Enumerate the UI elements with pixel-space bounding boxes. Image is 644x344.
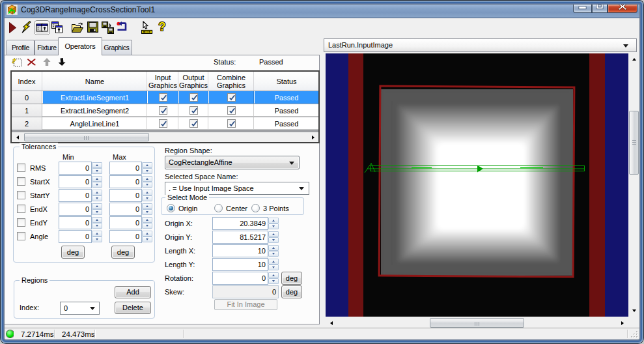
rotation-spinner[interactable] (268, 272, 279, 284)
max-deg-button[interactable]: deg (111, 246, 135, 259)
table-cell[interactable] (148, 91, 178, 104)
table-cell[interactable] (209, 91, 254, 104)
add-region-button[interactable]: Add (115, 286, 151, 298)
startx-max-spinner[interactable] (142, 176, 152, 188)
move-down-icon[interactable] (57, 58, 66, 66)
image-vscroll-thumb[interactable] (629, 111, 639, 175)
origin-x-spinner[interactable] (268, 218, 279, 229)
spin-down-button[interactable] (92, 236, 102, 242)
show-image-controls-toggle[interactable] (34, 20, 50, 35)
origin-y-input[interactable]: 81.5217 (212, 231, 268, 244)
radio-3points[interactable] (251, 204, 260, 212)
endy-max-spinner[interactable] (142, 217, 152, 229)
col-name[interactable]: Name (43, 72, 147, 91)
image-display[interactable] (326, 53, 628, 317)
checkbox-checked[interactable] (227, 93, 236, 102)
spin-up-button[interactable] (142, 162, 152, 168)
scroll-left-button[interactable] (326, 318, 337, 328)
spin-down-button[interactable] (268, 223, 279, 229)
save-cross-section-icon[interactable] (102, 22, 114, 34)
tab-profile[interactable]: Profile (7, 40, 35, 55)
table-cell[interactable]: ExtractLineSegment2 (43, 104, 147, 117)
spin-down-button[interactable] (92, 223, 102, 229)
spin-down-button[interactable] (142, 223, 152, 229)
min-deg-button[interactable]: deg (61, 246, 85, 259)
checkbox-checked[interactable] (189, 119, 198, 128)
save-file-icon[interactable] (87, 22, 98, 33)
image-vscrollbar[interactable] (628, 53, 639, 317)
spin-up-button[interactable] (142, 176, 152, 182)
table-cell[interactable] (148, 104, 178, 117)
spin-up-button[interactable] (142, 231, 152, 236)
selected-space-combo[interactable]: . = Use Input Image Space (165, 182, 309, 195)
spin-up-button[interactable] (92, 217, 102, 223)
length-y-input[interactable]: 10 (212, 258, 268, 271)
col-combine-graphics[interactable]: Combine Graphics (209, 72, 254, 91)
table-hscrollbar[interactable] (12, 132, 318, 142)
spin-down-button[interactable] (142, 195, 152, 201)
table-cell[interactable] (209, 104, 254, 117)
spin-up-button[interactable] (268, 259, 279, 265)
spin-up-button[interactable] (268, 245, 279, 251)
spin-down-button[interactable] (142, 209, 152, 215)
checkbox-checked[interactable] (189, 106, 198, 115)
resize-grip[interactable] (630, 330, 638, 338)
endx-min-spinner[interactable] (92, 203, 102, 215)
delete-region-button[interactable]: Delete (115, 302, 151, 314)
tab-graphics[interactable]: Graphics (101, 40, 132, 55)
starty-min-input[interactable]: 0 (59, 189, 92, 202)
image-hscroll-thumb[interactable] (430, 318, 524, 328)
maximize-button[interactable] (592, 1, 608, 13)
rms-max-input[interactable]: 0 (109, 162, 142, 175)
fit-in-image-button[interactable]: Fit In Image (214, 299, 277, 310)
tab-fixture[interactable]: Fixture (35, 40, 59, 55)
rotation-deg-button[interactable]: deg (281, 272, 302, 285)
checkbox-checked[interactable] (189, 93, 198, 102)
rotation-input[interactable]: 0 (212, 272, 268, 285)
rms-min-input[interactable]: 0 (59, 162, 92, 175)
endx-max-input[interactable]: 0 (109, 203, 142, 216)
table-hscroll-thumb[interactable] (24, 133, 149, 141)
move-up-icon[interactable] (42, 58, 51, 66)
spin-down-button[interactable] (92, 195, 102, 201)
rms-max-spinner[interactable] (142, 162, 152, 174)
table-cell[interactable] (179, 104, 208, 117)
origin-y-spinner[interactable] (268, 231, 279, 243)
startx-min-input[interactable]: 0 (59, 175, 92, 188)
spin-up-button[interactable] (268, 218, 279, 223)
checkbox-checked[interactable] (159, 93, 167, 102)
col-input-graphics[interactable]: Input Graphics (148, 72, 178, 91)
reset-tool-icon[interactable] (117, 22, 128, 33)
col-output-graphics[interactable]: Output Graphics (179, 72, 208, 91)
spin-down-button[interactable] (142, 182, 152, 188)
endx-max-spinner[interactable] (142, 203, 152, 215)
table-cell[interactable]: Passed (255, 91, 318, 104)
spin-up-button[interactable] (142, 190, 152, 195)
radio-center[interactable] (214, 204, 223, 212)
electric-run-icon[interactable] (21, 21, 31, 33)
angle-min-spinner[interactable] (92, 231, 102, 242)
spin-up-button[interactable] (92, 162, 102, 168)
skew-deg-button[interactable]: deg (281, 285, 302, 298)
spin-down-button[interactable] (268, 278, 279, 284)
angle-max-input[interactable]: 0 (109, 230, 142, 243)
radio-origin[interactable] (167, 204, 175, 212)
help-icon[interactable]: ? (158, 22, 167, 33)
display-selector-combo[interactable]: LastRun.InputImage (324, 38, 637, 52)
table-row[interactable]: 1 ExtractLineSegment2 Passed (12, 104, 318, 117)
checkbox-checked[interactable] (159, 106, 167, 115)
new-operator-icon[interactable] (12, 57, 22, 67)
endx-min-input[interactable]: 0 (59, 203, 92, 216)
endy-min-input[interactable]: 0 (59, 216, 92, 229)
scroll-right-button[interactable] (617, 318, 628, 328)
table-cell[interactable]: 0 (12, 91, 42, 104)
tolerance-checkbox-endy[interactable] (17, 218, 25, 227)
table-cell[interactable] (209, 117, 254, 130)
open-file-icon[interactable] (72, 22, 84, 33)
spin-up-button[interactable] (268, 231, 279, 237)
scroll-down-button[interactable] (629, 306, 639, 316)
tolerance-checkbox-angle[interactable] (17, 232, 25, 240)
minimize-button[interactable] (573, 1, 592, 13)
table-cell[interactable] (148, 117, 178, 130)
electric-pointer-icon[interactable] (141, 21, 154, 34)
